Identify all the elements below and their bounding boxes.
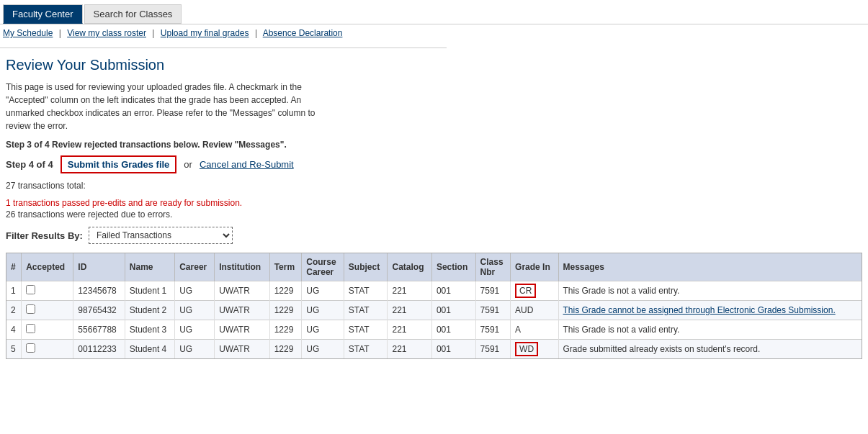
absence-declaration-link[interactable]: Absence Declaration bbox=[263, 28, 343, 38]
cell-institution: UWATR bbox=[215, 340, 269, 359]
step4-row: Step 4 of 4 Submit this Grades file or C… bbox=[6, 155, 862, 173]
col-id: ID bbox=[73, 253, 125, 281]
cell-term: 1229 bbox=[269, 301, 302, 320]
cell-class-nbr: 7591 bbox=[475, 301, 511, 320]
cell-class-nbr: 7591 bbox=[475, 281, 511, 301]
col-career: Career bbox=[175, 253, 215, 281]
upload-final-grades-link[interactable]: Upload my final grades bbox=[161, 28, 249, 38]
col-accepted: Accepted bbox=[22, 253, 73, 281]
cell-class-nbr: 7591 bbox=[475, 340, 511, 359]
cell-catalog: 221 bbox=[388, 340, 431, 359]
rejected-text: 26 transactions were rejected due to err… bbox=[6, 209, 862, 220]
col-section: Section bbox=[431, 253, 475, 281]
main-content: Review Your Submission This page is used… bbox=[0, 57, 868, 365]
my-schedule-link[interactable]: My Schedule bbox=[3, 28, 53, 38]
cell-num: 2 bbox=[6, 301, 22, 320]
cell-subject: STAT bbox=[344, 281, 388, 301]
grades-table: # Accepted ID Name Career Institution Te… bbox=[6, 253, 862, 358]
grade-in-value: CR bbox=[515, 284, 536, 298]
cell-course-career: UG bbox=[302, 301, 344, 320]
cell-term: 1229 bbox=[269, 281, 302, 301]
cell-subject: STAT bbox=[344, 320, 388, 340]
cell-id: 00112233 bbox=[73, 340, 125, 359]
cell-num: 1 bbox=[6, 281, 22, 301]
cell-course-career: UG bbox=[302, 281, 344, 301]
tab-bar: Faculty Center Search for Classes bbox=[0, 0, 868, 24]
table-row: 112345678Student 1UGUWATR1229UGSTAT22100… bbox=[6, 281, 862, 301]
col-name: Name bbox=[125, 253, 174, 281]
nav-links: My Schedule | View my class roster | Upl… bbox=[0, 24, 868, 42]
page-title: Review Your Submission bbox=[6, 57, 862, 73]
tab-faculty-center[interactable]: Faculty Center bbox=[3, 4, 83, 24]
submit-grades-button[interactable]: Submit this Grades file bbox=[61, 155, 177, 173]
col-term: Term bbox=[269, 253, 302, 281]
cell-catalog: 221 bbox=[388, 281, 431, 301]
tab-search-classes[interactable]: Search for Classes bbox=[84, 4, 182, 24]
table-row: 298765432Student 2UGUWATR1229UGSTAT22100… bbox=[6, 301, 862, 320]
view-class-roster-link[interactable]: View my class roster bbox=[67, 28, 146, 38]
accepted-checkbox[interactable] bbox=[26, 285, 35, 294]
cell-accepted[interactable] bbox=[22, 281, 73, 301]
cell-section: 001 bbox=[431, 281, 475, 301]
col-institution: Institution bbox=[215, 253, 269, 281]
cell-message: This Grade is not a valid entry. bbox=[558, 281, 862, 301]
cell-catalog: 221 bbox=[388, 301, 431, 320]
cell-class-nbr: 7591 bbox=[475, 320, 511, 340]
table-row: 500112233Student 4UGUWATR1229UGSTAT22100… bbox=[6, 340, 862, 359]
divider bbox=[0, 48, 447, 48]
cell-career: UG bbox=[175, 340, 215, 359]
cell-message: This Grade is not a valid entry. bbox=[558, 320, 862, 340]
cell-institution: UWATR bbox=[215, 301, 269, 320]
filter-select[interactable]: Failed TransactionsAll TransactionsPasse… bbox=[89, 227, 233, 244]
grades-table-wrapper: # Accepted ID Name Career Institution Te… bbox=[6, 253, 862, 359]
step3-label: Step 3 of 4 Review rejected transactions… bbox=[6, 140, 862, 150]
cell-accepted[interactable] bbox=[22, 301, 73, 320]
accepted-checkbox[interactable] bbox=[26, 343, 35, 353]
message-link[interactable]: This Grade cannot be assigned through El… bbox=[563, 305, 836, 315]
cell-institution: UWATR bbox=[215, 281, 269, 301]
col-subject: Subject bbox=[344, 253, 388, 281]
cancel-resubmit-link[interactable]: Cancel and Re-Submit bbox=[200, 159, 294, 170]
table-row: 455667788Student 3UGUWATR1229UGSTAT22100… bbox=[6, 320, 862, 340]
col-num: # bbox=[6, 253, 22, 281]
cell-subject: STAT bbox=[344, 301, 388, 320]
cell-message: Grade submitted already exists on studen… bbox=[558, 340, 862, 359]
accepted-checkbox[interactable] bbox=[26, 324, 35, 333]
cell-subject: STAT bbox=[344, 340, 388, 359]
cell-grade-in: CR bbox=[511, 281, 558, 301]
cell-grade-in: WD bbox=[511, 340, 558, 359]
col-grade-in: Grade In bbox=[511, 253, 558, 281]
cell-term: 1229 bbox=[269, 320, 302, 340]
cell-grade-in: A bbox=[511, 320, 558, 340]
cell-term: 1229 bbox=[269, 340, 302, 359]
cell-grade-in: AUD bbox=[511, 301, 558, 320]
transactions-total: 27 transactions total: bbox=[6, 181, 862, 191]
step4-label: Step 4 of 4 bbox=[6, 159, 53, 170]
cell-section: 001 bbox=[431, 340, 475, 359]
cell-section: 001 bbox=[431, 320, 475, 340]
cell-name: Student 1 bbox=[125, 281, 174, 301]
cell-accepted[interactable] bbox=[22, 320, 73, 340]
accepted-checkbox[interactable] bbox=[26, 304, 35, 314]
cell-course-career: UG bbox=[302, 340, 344, 359]
passed-text: 1 transactions passed pre-edits and are … bbox=[6, 198, 862, 208]
filter-label: Filter Results By: bbox=[6, 230, 83, 241]
cell-career: UG bbox=[175, 281, 215, 301]
cell-career: UG bbox=[175, 301, 215, 320]
cell-name: Student 3 bbox=[125, 320, 174, 340]
cell-message[interactable]: This Grade cannot be assigned through El… bbox=[558, 301, 862, 320]
table-header-row: # Accepted ID Name Career Institution Te… bbox=[6, 253, 862, 281]
col-catalog: Catalog bbox=[388, 253, 431, 281]
col-class-nbr: ClassNbr bbox=[475, 253, 511, 281]
cell-num: 5 bbox=[6, 340, 22, 359]
or-text: or bbox=[184, 159, 192, 170]
description-text: This page is used for reviewing your upl… bbox=[6, 81, 323, 132]
cell-id: 12345678 bbox=[73, 281, 125, 301]
cell-catalog: 221 bbox=[388, 320, 431, 340]
col-course-career: CourseCareer bbox=[302, 253, 344, 281]
cell-course-career: UG bbox=[302, 320, 344, 340]
cell-id: 98765432 bbox=[73, 301, 125, 320]
cell-accepted[interactable] bbox=[22, 340, 73, 359]
cell-name: Student 2 bbox=[125, 301, 174, 320]
cell-id: 55667788 bbox=[73, 320, 125, 340]
